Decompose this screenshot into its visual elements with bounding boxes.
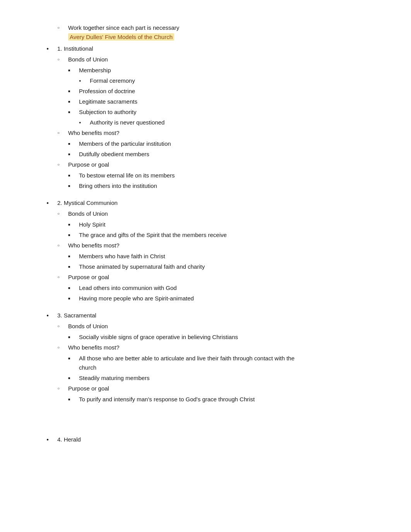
purpose-1-item-2: Bring others into the institution xyxy=(68,181,380,191)
purpose-1-item-1: To bestow eternal life on its members xyxy=(68,171,380,180)
section-title-4: 4. Herald xyxy=(46,435,380,444)
purpose-3-item-1: To purify and intensify man's response t… xyxy=(68,395,380,404)
document-content: Work together since each part is necessa… xyxy=(46,23,380,444)
who-1-item-2: Dutifully obedient members xyxy=(68,150,380,159)
bonds-sacraments: Legitimate sacraments xyxy=(68,97,380,106)
who-3: Who benefits most? xyxy=(57,343,380,352)
bonds-1: Bonds of Union xyxy=(57,55,380,64)
section-sacramental: 3. Sacramental Bonds of Union Socially v… xyxy=(46,311,380,404)
section-herald: 4. Herald xyxy=(46,435,380,444)
purpose-2: Purpose or goal xyxy=(57,273,380,282)
bonds-membership: Membership xyxy=(68,66,380,75)
who-2: Who benefits most? xyxy=(57,241,380,250)
purpose-1: Purpose or goal xyxy=(57,160,380,169)
bonds-membership-formal: Formal ceremony xyxy=(79,76,380,85)
bonds-subjection: Subjection to authority xyxy=(68,107,380,117)
intro-text: Work together since each part is necessa… xyxy=(68,24,179,31)
bonds-authority-never: Authority is never questioned xyxy=(79,118,380,127)
who-1: Who benefits most? xyxy=(57,128,380,138)
section-institutional: 1. Institutional Bonds of Union Membersh… xyxy=(46,44,380,191)
who-3-item-2: Steadily maturing members xyxy=(68,373,380,383)
section-title-1: 1. Institutional xyxy=(46,44,380,53)
bonds-3-item-1: Socially visible signs of grace operativ… xyxy=(68,332,380,342)
bonds-2-item-1: Holy Spirit xyxy=(68,220,380,229)
bonds-profession: Profession of doctrine xyxy=(68,87,380,96)
purpose-2-item-2: Having more people who are Spirit-animat… xyxy=(68,294,380,303)
intro-item: Work together since each part is necessa… xyxy=(57,23,380,42)
who-2-item-1: Members who have faith in Christ xyxy=(68,252,380,261)
section-title-3: 3. Sacramental xyxy=(46,311,380,320)
purpose-3: Purpose or goal xyxy=(57,384,380,393)
who-1-item-1: Members of the particular institution xyxy=(68,139,380,148)
who-2-item-2: Those animated by supernatural faith and… xyxy=(68,262,380,271)
bonds-2-item-2: The grace and gifts of the Spirit that t… xyxy=(68,230,380,240)
bonds-2: Bonds of Union xyxy=(57,209,380,218)
section-title-2: 2. Mystical Communion xyxy=(46,198,380,208)
section-mystical: 2. Mystical Communion Bonds of Union Hol… xyxy=(46,198,380,303)
purpose-2-item-1: Lead others into communion with God xyxy=(68,283,380,293)
highlight-text: Avery Dulles' Five Models of the Church xyxy=(68,33,174,41)
bonds-3: Bonds of Union xyxy=(57,322,380,331)
who-3-item-1: All those who are better able to articul… xyxy=(68,354,300,372)
